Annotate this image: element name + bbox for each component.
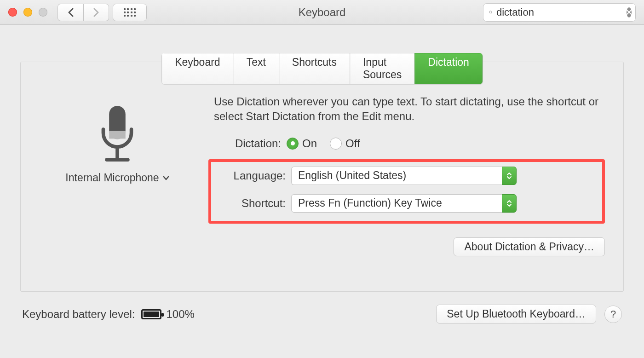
language-label: Language: xyxy=(218,169,291,182)
microphone-icon xyxy=(85,104,150,168)
shortcut-row: Shortcut: Press Fn (Function) Key Twice xyxy=(218,194,596,213)
titlebar: Keyboard xyxy=(0,0,644,25)
back-button[interactable] xyxy=(58,4,83,21)
battery-percent: 100% xyxy=(166,308,194,321)
maximize-window-button[interactable] xyxy=(39,8,47,17)
content-area: Keyboard Text Shortcuts Input Sources Di… xyxy=(0,25,644,292)
on-label: On xyxy=(302,137,317,150)
microphone-column: Internal Microphone xyxy=(21,94,214,291)
about-row: About Dictation & Privacy… xyxy=(214,237,605,256)
off-label: Off xyxy=(345,137,360,150)
settings-column: Use Dictation wherever you can type text… xyxy=(214,94,623,291)
language-value: English (United States) xyxy=(291,167,502,185)
about-dictation-button[interactable]: About Dictation & Privacy… xyxy=(454,237,605,256)
battery-icon xyxy=(141,309,161,319)
dropdown-arrow-icon xyxy=(502,194,517,213)
setup-bluetooth-button[interactable]: Set Up Bluetooth Keyboard… xyxy=(436,305,596,323)
dictation-radio-group: On Off xyxy=(287,137,360,150)
tab-dictation[interactable]: Dictation xyxy=(414,53,482,84)
highlight-annotation: Language: English (United States) Shortc… xyxy=(208,159,605,224)
search-input[interactable] xyxy=(496,6,623,18)
search-box[interactable] xyxy=(483,3,636,22)
tab-shortcuts[interactable]: Shortcuts xyxy=(279,53,350,84)
chevron-right-icon xyxy=(93,8,99,17)
language-dropdown[interactable]: English (United States) xyxy=(291,167,517,185)
radio-on[interactable] xyxy=(287,138,299,150)
close-window-button[interactable] xyxy=(8,8,17,17)
dictation-toggle-row: Dictation: On Off xyxy=(219,137,605,150)
microphone-selector[interactable]: Internal Microphone xyxy=(65,172,169,184)
tab-text[interactable]: Text xyxy=(233,53,279,84)
battery-label: Keyboard battery level: xyxy=(22,308,135,321)
dictation-off-option[interactable]: Off xyxy=(330,137,360,150)
nav-group xyxy=(58,4,147,21)
language-row: Language: English (United States) xyxy=(218,167,596,185)
help-button[interactable]: ? xyxy=(604,306,622,323)
minimize-window-button[interactable] xyxy=(23,8,32,17)
forward-button[interactable] xyxy=(83,4,109,21)
settings-panel: Keyboard Text Shortcuts Input Sources Di… xyxy=(20,62,624,292)
microphone-label: Internal Microphone xyxy=(65,172,159,184)
dictation-description: Use Dictation wherever you can type text… xyxy=(214,94,605,124)
grid-icon xyxy=(124,8,136,17)
dropdown-arrow-icon xyxy=(502,167,517,185)
tab-keyboard[interactable]: Keyboard xyxy=(161,53,233,84)
tab-bar: Keyboard Text Shortcuts Input Sources Di… xyxy=(161,53,483,84)
chevron-down-icon xyxy=(163,176,169,180)
svg-line-1 xyxy=(491,13,492,14)
svg-point-0 xyxy=(489,11,492,13)
dictation-on-option[interactable]: On xyxy=(287,137,317,150)
nav-pair xyxy=(58,4,109,21)
chevron-left-icon xyxy=(68,8,74,17)
tab-input-sources[interactable]: Input Sources xyxy=(350,53,414,84)
panel-body: Internal Microphone Use Dictation wherev… xyxy=(21,62,623,291)
radio-off[interactable] xyxy=(330,138,342,150)
traffic-lights xyxy=(8,8,47,17)
search-icon xyxy=(489,8,493,17)
shortcut-label: Shortcut: xyxy=(218,197,291,210)
footer: Keyboard battery level: 100% Set Up Blue… xyxy=(0,292,644,336)
shortcut-value: Press Fn (Function) Key Twice xyxy=(291,194,502,213)
close-icon xyxy=(627,10,632,15)
shortcut-dropdown[interactable]: Press Fn (Function) Key Twice xyxy=(291,194,517,213)
window-title: Keyboard xyxy=(299,6,346,19)
dictation-label: Dictation: xyxy=(219,137,287,150)
show-all-button[interactable] xyxy=(113,4,147,21)
search-clear-button[interactable] xyxy=(627,7,632,17)
